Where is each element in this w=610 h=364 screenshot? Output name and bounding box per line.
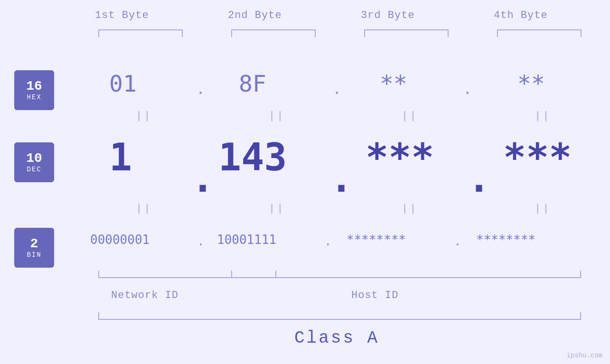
header-byte1: 1st Byte [95,9,149,21]
equals-7: || [402,202,418,214]
top-bracket-4 [497,29,582,37]
top-bracket-3 [364,29,449,37]
top-bracket-2 [231,29,316,37]
dec-value-1: 1 [109,135,132,179]
hex-value-1: 01 [109,70,137,97]
header-byte4: 4th Byte [494,9,548,21]
class-label: Class A [294,328,379,348]
bin-badge-number: 2 [30,237,38,252]
top-bracket-1 [98,29,183,37]
host-bottom-bracket [231,271,581,278]
hex-dot-2: . [332,80,341,98]
dec-value-2: 143 [218,135,287,179]
dec-value-4: *** [503,135,572,179]
host-id-label: Host ID [351,289,398,301]
bin-dot-1: . [197,234,205,248]
header-byte3: 3rd Byte [361,9,415,21]
dec-badge-label: DEC [27,166,41,173]
equals-4: || [535,109,551,121]
hex-dot-3: . [463,80,472,98]
dec-badge: 10 DEC [14,142,54,182]
hex-value-3: ** [380,70,407,97]
hex-value-2: 8F [239,70,266,97]
bin-value-3: ******** [347,233,406,247]
dec-badge-number: 10 [26,151,42,166]
bin-badge: 2 BIN [14,228,54,268]
dec-dot-1: . [191,157,214,201]
equals-1: || [136,109,152,121]
hex-badge-number: 16 [26,79,42,94]
bin-value-4: ******** [476,233,535,247]
dec-dot-3: . [468,157,490,201]
bin-dot-2: . [324,234,332,248]
bin-value-1: 00000001 [90,233,150,247]
equals-2: || [269,109,285,121]
outer-bracket [98,312,581,320]
header-byte2: 2nd Byte [228,9,282,21]
equals-5: || [136,202,152,214]
hex-dot-1: . [196,80,205,98]
bin-value-2: 10001111 [217,233,276,247]
hex-badge-label: HEX [27,93,41,101]
equals-8: || [535,202,551,214]
equals-6: || [269,202,285,214]
watermark: ipshu.com [566,352,602,359]
dec-dot-2: . [330,157,353,201]
bin-badge-label: BIN [27,251,41,259]
bin-dot-3: . [454,234,461,248]
network-id-label: Network ID [111,289,178,301]
hex-badge: 16 HEX [14,70,54,110]
equals-3: || [402,109,418,121]
dec-value-3: *** [366,135,434,179]
hex-value-4: ** [517,70,545,97]
